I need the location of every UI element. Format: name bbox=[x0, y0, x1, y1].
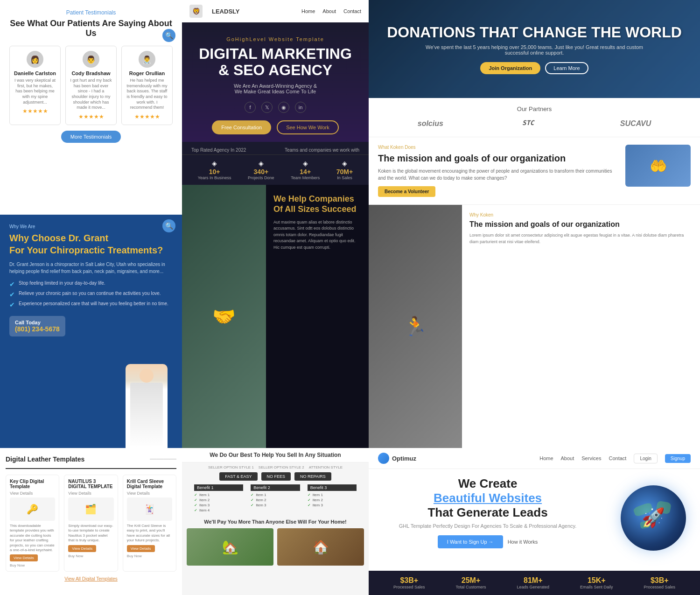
benefit-2: ✔ Relieve your chronic pain so you can c… bbox=[9, 291, 173, 298]
mission2-content: Why Koken The mission and goals of our o… bbox=[462, 205, 700, 448]
mission-title: The mission and goals of our organizatio… bbox=[378, 153, 618, 164]
mission-image: 🤲 bbox=[625, 145, 691, 187]
partners-logos: solcius STC SUCAVU bbox=[378, 118, 691, 129]
leather-title: Digital Leather Templates bbox=[6, 455, 84, 463]
nav-home[interactable]: Home bbox=[301, 8, 315, 14]
testimonial-card-2: 👨 Cody Bradshaw I got hurt and my back h… bbox=[65, 46, 117, 125]
linkedin-icon[interactable]: in bbox=[295, 102, 306, 113]
chiro-search-icon[interactable]: 🔍 bbox=[162, 219, 175, 232]
donations-buttons: Join Organization Learn More bbox=[480, 62, 588, 74]
opt-stats: $3B+ Processed Sales 25M+ Total Customer… bbox=[369, 571, 700, 595]
marketing-stats-header: Top Rated Agency In 2022 Teams and compa… bbox=[182, 142, 369, 154]
name-2: Cody Bradshaw bbox=[70, 70, 112, 76]
view-all-link[interactable]: View All Digital Templates bbox=[6, 576, 176, 581]
stat-projects: ◈ 340+ Projects Done bbox=[248, 160, 274, 180]
facebook-icon[interactable]: f bbox=[245, 102, 256, 113]
stat-icon-4: ◈ bbox=[336, 160, 353, 167]
view-btn-3[interactable]: View Details bbox=[127, 545, 155, 552]
testimonials-label: Patient Testimonials bbox=[9, 9, 173, 16]
stat-4: 15K+ Emails Sent Daily bbox=[580, 576, 613, 589]
join-button[interactable]: Join Organization bbox=[480, 62, 540, 74]
help-title: We Help Companies Of All Sizes Succeed bbox=[273, 194, 361, 214]
partner-2: STC bbox=[522, 118, 541, 129]
template-image-1: 🔑 bbox=[10, 497, 55, 521]
text-3: He has helped me tremendously with my ba… bbox=[126, 78, 168, 111]
view-btn-2[interactable]: View Details bbox=[68, 545, 96, 552]
marketing-sub: We Are An Award-Winning Agency & We Make… bbox=[191, 83, 359, 94]
opt-nav-home[interactable]: Home bbox=[539, 455, 553, 461]
stat-icon-3: ◈ bbox=[291, 160, 320, 167]
check-icon-1: ✔ bbox=[9, 280, 15, 288]
how-it-works-button[interactable]: How it Works bbox=[508, 535, 538, 548]
optimuz-logo-icon bbox=[378, 453, 389, 464]
chiro-label: Why We Are bbox=[9, 224, 173, 229]
opt-hero-title: We Create Beautiful Websites That Genera… bbox=[380, 476, 595, 520]
more-testimonials-button[interactable]: More Testimonials bbox=[61, 131, 121, 143]
leather-panel: Digital Leather Templates ──── Key Clip … bbox=[0, 448, 182, 595]
stars-2: ★★★★★ bbox=[70, 113, 112, 120]
template-image-3: 🃏 bbox=[127, 497, 172, 521]
marketing-nav-items: Home About Contact bbox=[301, 8, 361, 14]
testimonials-title: See What Our Patients Are Saying About U… bbox=[9, 19, 173, 38]
marketing-hero: GoHighLevel Website Template DIGITAL MAR… bbox=[182, 22, 369, 142]
login-button[interactable]: Login bbox=[634, 454, 657, 463]
stat-2: 25M+ Total Customers bbox=[455, 576, 486, 589]
testimonials-row: 👩 Danielle Carlston I was very skeptical… bbox=[9, 46, 173, 125]
donations-title: DONATIONS THAT CHANGE THE WORLD bbox=[387, 24, 682, 41]
stat-icon-1: ◈ bbox=[198, 160, 231, 167]
chiro-text: Dr. Grant Jenson is a chiropractor in Sa… bbox=[9, 261, 173, 275]
opt-nav-contact[interactable]: Contact bbox=[609, 455, 626, 461]
help-image: 🤝 bbox=[182, 185, 266, 448]
avatar-1: 👩 bbox=[27, 51, 43, 68]
opt-buttons: I Want to Sign Up → How it Works bbox=[380, 535, 595, 548]
optimuz-panel: Optimuz Home About Services Contact Logi… bbox=[369, 448, 700, 595]
mission2-title: The mission and goals of our organizatio… bbox=[469, 220, 693, 229]
re-no-fees[interactable]: NO FEES bbox=[261, 472, 291, 481]
help-text: Aut maxime quam alias et labore distinct… bbox=[273, 219, 361, 251]
search-icon[interactable]: 🔍 bbox=[162, 29, 175, 42]
view-btn-1[interactable]: View Details bbox=[10, 554, 38, 561]
mission-label: What Koken Does bbox=[378, 145, 618, 150]
opt-nav-about[interactable]: About bbox=[561, 455, 574, 461]
donations-subtitle: We've spent the last 5 years helping ove… bbox=[418, 44, 651, 56]
stars-1: ★★★★★ bbox=[14, 108, 56, 114]
testimonial-card-3: 👨‍⚕️ Roger Orullian He has helped me tre… bbox=[121, 46, 173, 125]
chiro-call[interactable]: Call Today (801) 234-5678 bbox=[9, 316, 65, 336]
realestate-header: We Do Our Best To Help You Sell In Any S… bbox=[182, 448, 369, 462]
opt-nav: Optimuz Home About Services Contact Logi… bbox=[369, 448, 700, 469]
stars-3: ★★★★★ bbox=[126, 113, 168, 120]
marketing-panel: 🦁 LEADSLY Home About Contact GoHighLevel… bbox=[182, 0, 369, 448]
marketing-help-section: 🤝 We Help Companies Of All Sizes Succeed… bbox=[182, 185, 369, 448]
nav-about[interactable]: About bbox=[322, 8, 336, 14]
mission2-image: 🏃 bbox=[369, 205, 462, 448]
stat-5: $3B+ Processed Sales bbox=[644, 576, 675, 589]
re-no-repairs[interactable]: NO REPAIRS bbox=[294, 472, 331, 481]
social-icons: f 𝕏 ◉ in bbox=[191, 102, 359, 113]
check-icon-2: ✔ bbox=[9, 291, 15, 298]
name-1: Danielle Carlston bbox=[14, 70, 56, 76]
marketing-stats: ◈ 10+ Years In Business ◈ 340+ Projects … bbox=[182, 154, 369, 185]
start-button[interactable]: I Want to Sign Up → bbox=[438, 535, 503, 548]
marketing-buttons: Free Consultation See How We Work bbox=[191, 120, 359, 134]
stat-members: ◈ 14+ Team Members bbox=[291, 160, 320, 180]
mission-text: Koken is the global movement encouraging… bbox=[378, 168, 618, 182]
leather-header: Digital Leather Templates ──── bbox=[6, 454, 176, 469]
re-fast-easy[interactable]: FAST & EASY bbox=[219, 472, 257, 481]
stat-sales: ◈ 70M+ In Sales bbox=[336, 160, 353, 180]
benefit-1: ✔ Stop feeling limited in your day-to-da… bbox=[9, 280, 173, 288]
learn-button[interactable]: Learn More bbox=[545, 62, 588, 74]
testimonial-card-1: 👩 Danielle Carlston I was very skeptical… bbox=[9, 46, 61, 125]
volunteer-button[interactable]: Become a Volunteer bbox=[378, 186, 435, 197]
svg-text:STC: STC bbox=[522, 119, 535, 126]
mission2-section: 🏃 Why Koken The mission and goals of our… bbox=[369, 204, 700, 448]
consult-button[interactable]: Free Consultation bbox=[212, 120, 271, 134]
opt-nav-services[interactable]: Services bbox=[581, 455, 601, 461]
signup-button[interactable]: Signup bbox=[665, 454, 691, 463]
instagram-icon[interactable]: ◉ bbox=[278, 102, 289, 113]
nav-contact[interactable]: Contact bbox=[343, 8, 361, 14]
how-button[interactable]: See How We Work bbox=[277, 120, 339, 134]
mission2-label: Why Koken bbox=[469, 212, 693, 217]
stat-icon-2: ◈ bbox=[248, 160, 274, 167]
templates-row: Key Clip Digital Template View Details 🔑… bbox=[6, 475, 176, 572]
twitter-icon[interactable]: 𝕏 bbox=[261, 102, 273, 113]
